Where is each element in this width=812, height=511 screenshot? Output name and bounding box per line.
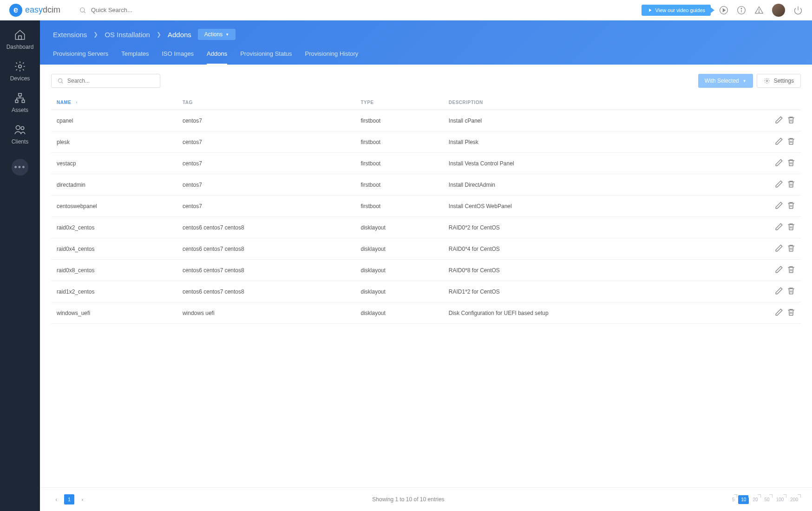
cell-name: vestacp xyxy=(51,153,177,174)
edit-icon[interactable] xyxy=(775,308,783,316)
trash-icon[interactable] xyxy=(787,223,795,231)
table-row[interactable]: raid0x8_centoscentos6 centos7 centos8dis… xyxy=(51,260,801,281)
trash-icon[interactable] xyxy=(787,137,795,145)
trash-icon[interactable] xyxy=(787,308,795,316)
cell-name: directadmin xyxy=(51,174,177,196)
cell-type: disklayout xyxy=(355,260,443,281)
cell-tag: centos6 centos7 centos8 xyxy=(177,260,355,281)
table-row[interactable]: pleskcentos7firstbootInstall Plesk xyxy=(51,131,801,153)
addons-table: NAME ↑ TAG TYPE DESCRIPTION cpanelcentos… xyxy=(51,95,801,324)
breadcrumb-extensions[interactable]: Extensions xyxy=(53,31,87,39)
trash-icon[interactable] xyxy=(787,244,795,252)
trash-icon[interactable] xyxy=(787,180,795,188)
table-row[interactable]: raid0x2_centoscentos6 centos7 centos8dis… xyxy=(51,217,801,238)
edit-icon[interactable] xyxy=(775,287,783,295)
sidebar-more[interactable]: ••• xyxy=(12,159,28,176)
cell-description: Install Vesta Control Panel xyxy=(443,153,714,174)
table-row[interactable]: centoswebpanelcentos7firstbootInstall Ce… xyxy=(51,196,801,217)
tab-provisioning-servers[interactable]: Provisioning Servers xyxy=(53,50,108,65)
table-row[interactable]: vestacpcentos7firstbootInstall Vesta Con… xyxy=(51,153,801,174)
table-row[interactable]: windows_uefiwindows uefidisklayoutDisk C… xyxy=(51,302,801,324)
table-row[interactable]: raid1x2_centoscentos6 centos7 centos8dis… xyxy=(51,281,801,302)
page-size-20[interactable]: 20 xyxy=(750,495,760,504)
cell-description: RAID0*2 for CentOS xyxy=(443,217,714,238)
tab-provisioning-status[interactable]: Provisioning Status xyxy=(240,50,292,65)
edit-icon[interactable] xyxy=(775,244,783,252)
sidebar-item-devices[interactable]: Devices xyxy=(10,60,30,82)
page-size-50[interactable]: 50 xyxy=(762,495,773,504)
sidebar-item-assets[interactable]: Assets xyxy=(12,92,28,113)
search-icon xyxy=(79,7,86,14)
sidebar-item-label: Clients xyxy=(12,138,29,145)
svg-point-9 xyxy=(759,12,760,13)
alert-icon[interactable] xyxy=(754,6,764,15)
cell-tag: centos7 xyxy=(177,153,355,174)
breadcrumb-current: Addons xyxy=(168,31,191,39)
page-size-200[interactable]: 200 xyxy=(787,495,801,504)
with-selected-button[interactable]: With Selected ▼ xyxy=(698,74,753,88)
sidebar: Dashboard Devices Assets Clients ••• xyxy=(0,20,40,511)
edit-icon[interactable] xyxy=(775,201,783,210)
tab-addons[interactable]: Addons xyxy=(207,50,227,65)
edit-icon[interactable] xyxy=(775,180,783,188)
video-guides-button[interactable]: View our video guides xyxy=(642,5,711,16)
cell-description: RAID0*4 for CentOS xyxy=(443,238,714,260)
svg-point-16 xyxy=(16,125,20,130)
cell-name: centoswebpanel xyxy=(51,196,177,217)
cell-type: firstboot xyxy=(355,153,443,174)
trash-icon[interactable] xyxy=(787,116,795,124)
page-size-10[interactable]: 10 xyxy=(738,495,749,504)
trash-icon[interactable] xyxy=(787,158,795,167)
edit-icon[interactable] xyxy=(775,137,783,145)
info-icon[interactable] xyxy=(737,6,746,15)
tab-templates[interactable]: Templates xyxy=(121,50,149,65)
page-size-5[interactable]: 5 xyxy=(729,495,738,504)
quick-search-input[interactable] xyxy=(91,7,230,13)
pagination: ‹ 1 › xyxy=(51,494,87,504)
table-search[interactable] xyxy=(51,74,160,88)
actions-button[interactable]: Actions ▼ xyxy=(198,29,236,40)
sidebar-item-dashboard[interactable]: Dashboard xyxy=(7,29,34,50)
sidebar-item-label: Dashboard xyxy=(7,44,34,50)
edit-icon[interactable] xyxy=(775,265,783,274)
page-number[interactable]: 1 xyxy=(64,494,74,504)
page-next[interactable]: › xyxy=(77,494,87,504)
trash-icon[interactable] xyxy=(787,265,795,274)
col-name[interactable]: NAME ↑ xyxy=(51,95,177,110)
cell-type: firstboot xyxy=(355,131,443,153)
settings-label: Settings xyxy=(774,78,794,84)
table-row[interactable]: cpanelcentos7firstbootInstall cPanel xyxy=(51,110,801,131)
table-row[interactable]: raid0x4_centoscentos6 centos7 centos8dis… xyxy=(51,238,801,260)
with-selected-label: With Selected xyxy=(705,78,739,84)
table-search-input[interactable] xyxy=(67,78,154,84)
avatar[interactable] xyxy=(772,4,785,17)
page-prev[interactable]: ‹ xyxy=(51,494,61,504)
sidebar-item-label: Devices xyxy=(10,75,30,82)
showing-text: Showing 1 to 10 of 10 entries xyxy=(372,496,444,503)
cell-description: Install cPanel xyxy=(443,110,714,131)
edit-icon[interactable] xyxy=(775,158,783,167)
table-row[interactable]: directadmincentos7firstbootInstall Direc… xyxy=(51,174,801,196)
cell-type: firstboot xyxy=(355,174,443,196)
breadcrumb-os-installation[interactable]: OS Installation xyxy=(105,31,150,39)
page-size-100[interactable]: 100 xyxy=(773,495,787,504)
power-icon[interactable] xyxy=(793,6,803,15)
edit-icon[interactable] xyxy=(775,116,783,124)
logo[interactable]: e easydcim xyxy=(9,4,60,17)
settings-button[interactable]: Settings xyxy=(757,74,801,88)
trash-icon[interactable] xyxy=(787,201,795,210)
play-circle-icon[interactable] xyxy=(719,6,728,15)
svg-point-20 xyxy=(766,80,768,82)
col-tag[interactable]: TAG xyxy=(177,95,355,110)
sidebar-item-clients[interactable]: Clients xyxy=(12,124,29,145)
col-description[interactable]: DESCRIPTION xyxy=(443,95,714,110)
edit-icon[interactable] xyxy=(775,223,783,231)
trash-icon[interactable] xyxy=(787,287,795,295)
tab-provisioning-history[interactable]: Provisioning History xyxy=(305,50,358,65)
quick-search[interactable] xyxy=(79,7,642,14)
logo-icon: e xyxy=(9,4,22,17)
page-header: Extensions ❯ OS Installation ❯ Addons Ac… xyxy=(40,20,812,65)
col-type[interactable]: TYPE xyxy=(355,95,443,110)
tab-iso-images[interactable]: ISO Images xyxy=(162,50,194,65)
network-icon xyxy=(14,92,26,104)
